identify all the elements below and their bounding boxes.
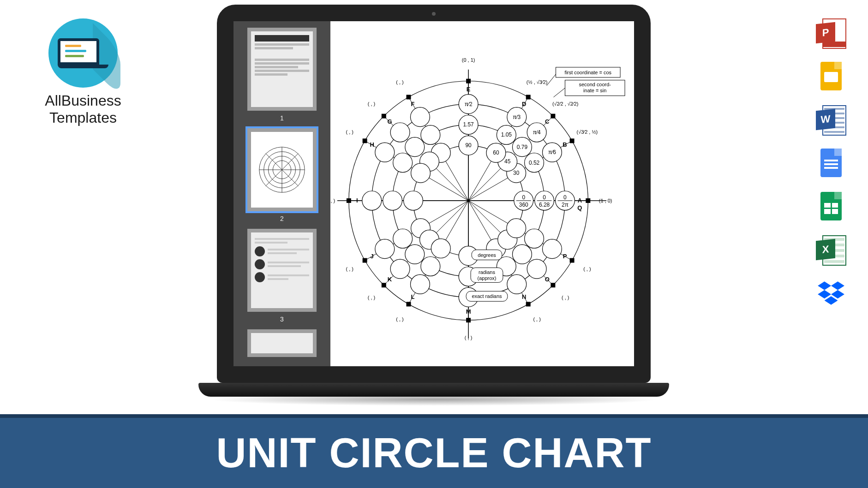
- bubble-150-ring1: [393, 153, 413, 173]
- point-letter-E: E: [467, 86, 471, 93]
- svg-text:0: 0: [563, 194, 567, 201]
- laptop-shadow: [208, 393, 660, 406]
- bubble-240-ring2: [410, 274, 430, 294]
- document-viewer: 1 2: [233, 21, 634, 366]
- bubble-150-ring2: [375, 143, 395, 162]
- coord-label-300: ( , ): [533, 316, 540, 322]
- bubble-240-ring1: [421, 256, 440, 276]
- svg-text:degrees: degrees: [478, 252, 496, 258]
- svg-rect-60: [466, 79, 471, 83]
- svg-text:exact radians: exact radians: [472, 293, 502, 299]
- svg-marker-3: [831, 290, 844, 299]
- svg-text:π⁄2: π⁄2: [465, 101, 473, 107]
- thumbnail-panel[interactable]: 1 2: [233, 21, 330, 366]
- bubble-210-ring2: [375, 239, 395, 259]
- coord-label-270: ( , ): [465, 335, 472, 340]
- svg-rect-70: [551, 283, 555, 287]
- powerpoint-icon[interactable]: P: [816, 18, 846, 49]
- excel-icon[interactable]: X: [816, 235, 846, 266]
- svg-text:inate = sin: inate = sin: [583, 88, 606, 93]
- bubble-225-ring1: [405, 244, 425, 264]
- bubble-120-ring1: [421, 125, 440, 145]
- svg-text:π⁄3: π⁄3: [513, 114, 521, 120]
- unit-circle-svg: 036006.2802π300.52π⁄6450.79π⁄4601.05π⁄39…: [330, 21, 634, 366]
- svg-text:30: 30: [513, 170, 520, 176]
- svg-marker-2: [818, 290, 831, 299]
- svg-text:second coord-: second coord-: [579, 82, 611, 87]
- bubble-315-ring2: [527, 259, 546, 279]
- svg-text:90: 90: [465, 142, 472, 149]
- point-letter-L: L: [411, 293, 414, 300]
- svg-text:π⁄4: π⁄4: [533, 129, 541, 136]
- brand-logo-icon: [48, 18, 118, 88]
- svg-text:0.52: 0.52: [529, 160, 540, 166]
- svg-rect-67: [407, 302, 411, 306]
- svg-rect-71: [570, 258, 575, 263]
- bubble-120-ring2: [410, 107, 430, 127]
- page-thumbnail-2[interactable]: [247, 128, 317, 211]
- thumbnail-number-1: 1: [239, 114, 325, 122]
- svg-rect-56: [586, 198, 590, 203]
- svg-rect-68: [466, 318, 471, 322]
- svg-rect-62: [382, 114, 386, 119]
- bubble-240-ring0: [431, 239, 450, 258]
- app-format-icons: P W X: [813, 18, 850, 309]
- title-text: UNIT CIRCLE CHART: [216, 429, 652, 477]
- brand-name: AllBusiness Templates: [32, 92, 134, 126]
- word-icon[interactable]: W: [816, 105, 846, 136]
- svg-text:first coordinate = cos: first coordinate = cos: [565, 70, 612, 75]
- coord-label-135: ( , ): [368, 101, 375, 107]
- point-letter-M: M: [466, 308, 471, 315]
- thumbnail-number-2: 2: [239, 215, 325, 222]
- point-letter-H: H: [370, 141, 374, 148]
- page-thumbnail-1[interactable]: [247, 28, 317, 111]
- bubble-210-ring1: [393, 229, 413, 248]
- coord-label-120: ( , ): [396, 79, 403, 85]
- google-docs-icon[interactable]: [816, 149, 846, 179]
- point-letter-G: G: [387, 118, 392, 125]
- coord-label-210: ( , ): [346, 266, 353, 272]
- brand-name-line2: Templates: [49, 109, 117, 126]
- page-thumbnail-3[interactable]: [247, 229, 317, 312]
- svg-text:0.79: 0.79: [517, 144, 528, 150]
- coord-label-30: (√3⁄2 , ½): [577, 129, 598, 135]
- svg-rect-61: [407, 95, 411, 99]
- page-thumbnail-4-partial[interactable]: [247, 329, 317, 357]
- coord-label-225: ( , ): [368, 295, 375, 300]
- svg-rect-66: [382, 283, 386, 287]
- svg-text:45: 45: [504, 158, 511, 165]
- camera-icon: [432, 12, 436, 16]
- bubble-225-ring2: [390, 259, 410, 279]
- coord-label-0: (1 , 0): [599, 198, 612, 203]
- bubble-135-ring1: [405, 137, 425, 157]
- bubble-315-ring1: [512, 244, 532, 264]
- coord-label-330: ( , ): [583, 266, 591, 272]
- svg-rect-63: [363, 138, 367, 143]
- coord-label-top: (0 , 1): [462, 57, 475, 63]
- point-letter-C: C: [545, 118, 549, 125]
- brand-logo-block: AllBusiness Templates: [32, 18, 134, 126]
- svg-text:radians: radians: [479, 269, 495, 275]
- laptop-bezel: 1 2: [217, 5, 651, 383]
- svg-rect-57: [570, 138, 575, 143]
- svg-marker-0: [818, 281, 831, 290]
- google-sheets-icon[interactable]: [816, 192, 846, 222]
- ring-legend: degreesradians(approx)exact radians: [466, 250, 508, 302]
- bubble-180-ring0: [404, 191, 423, 210]
- point-letter-D: D: [522, 101, 526, 107]
- dropbox-icon[interactable]: [816, 279, 846, 309]
- point-letter-Q: Q: [577, 204, 582, 211]
- google-slides-icon[interactable]: [816, 62, 846, 92]
- svg-text:1.05: 1.05: [501, 131, 512, 138]
- point-letter-J: J: [371, 253, 374, 260]
- svg-text:0: 0: [543, 194, 546, 201]
- point-letter-A: A: [578, 197, 582, 204]
- svg-text:60: 60: [493, 149, 499, 156]
- svg-rect-65: [363, 258, 367, 263]
- coord-label-60: (½ , √3⁄2): [527, 79, 548, 85]
- laptop-mockup: 1 2: [185, 0, 683, 415]
- svg-text:360: 360: [519, 202, 528, 208]
- brand-name-line1: AllBusiness: [45, 92, 121, 109]
- title-banner: UNIT CIRCLE CHART: [0, 414, 868, 488]
- svg-text:2π: 2π: [562, 202, 569, 208]
